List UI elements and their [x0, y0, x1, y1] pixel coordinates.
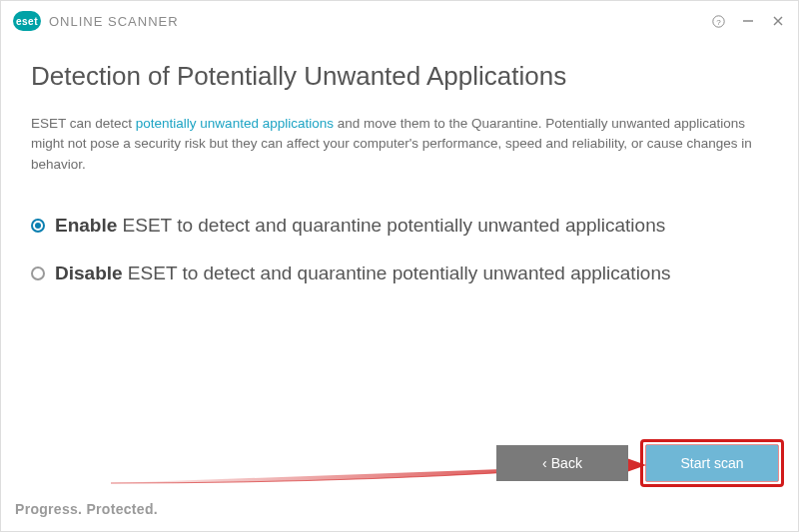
- app-window: eset ONLINE SCANNER ? Detection of Poten…: [0, 0, 799, 532]
- start-scan-button[interactable]: Start scan: [646, 445, 778, 481]
- start-scan-label: Start scan: [680, 455, 743, 471]
- footer-buttons: ‹ Back Start scan: [496, 439, 784, 487]
- pua-link[interactable]: potentially unwanted applications: [136, 116, 334, 131]
- chevron-left-icon: ‹: [542, 455, 547, 471]
- option-enable-label: Enable ESET to detect and quarantine pot…: [55, 215, 665, 237]
- radio-enable[interactable]: [31, 219, 45, 233]
- page-title: Detection of Potentially Unwanted Applic…: [31, 61, 768, 92]
- option-enable[interactable]: Enable ESET to detect and quarantine pot…: [31, 215, 768, 237]
- option-disable[interactable]: Disable ESET to detect and quarantine po…: [31, 263, 768, 284]
- page-description: ESET can detect potentially unwanted app…: [31, 114, 768, 175]
- back-button[interactable]: ‹ Back: [496, 445, 628, 481]
- back-button-label: Back: [551, 455, 582, 471]
- options-group: Enable ESET to detect and quarantine pot…: [31, 215, 768, 284]
- titlebar: eset ONLINE SCANNER ?: [1, 1, 798, 41]
- brand-logo-icon: eset: [13, 11, 41, 31]
- help-icon[interactable]: ?: [710, 13, 726, 29]
- radio-disable[interactable]: [31, 266, 45, 280]
- desc-text-pre: ESET can detect: [31, 116, 136, 131]
- close-icon[interactable]: [770, 13, 786, 29]
- window-controls: ?: [710, 13, 786, 29]
- brand-text: ONLINE SCANNER: [49, 14, 179, 29]
- footer-tagline: Progress. Protected.: [15, 501, 158, 517]
- option-disable-label: Disable ESET to detect and quarantine po…: [55, 263, 671, 284]
- svg-text:?: ?: [716, 17, 721, 26]
- start-scan-highlight: Start scan: [640, 439, 784, 487]
- minimize-icon[interactable]: [740, 13, 756, 29]
- main-content: Detection of Potentially Unwanted Applic…: [1, 41, 798, 284]
